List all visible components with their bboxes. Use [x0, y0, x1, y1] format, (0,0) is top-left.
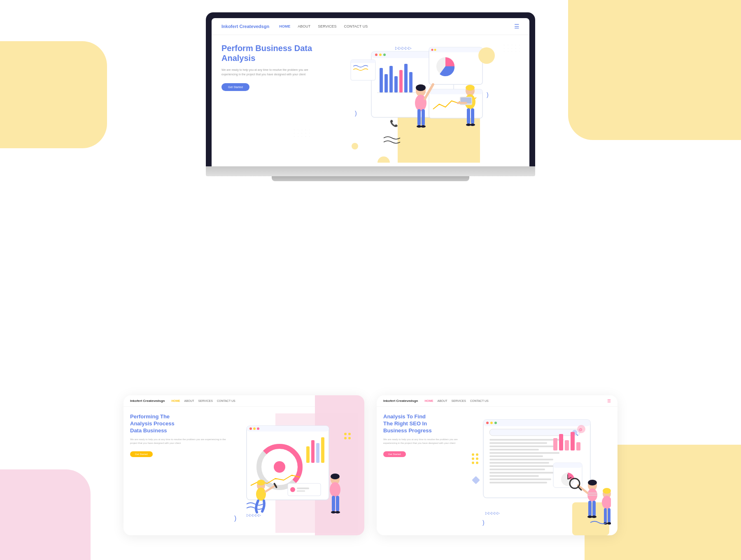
svg-point-123: [476, 462, 478, 464]
svg-point-39: [470, 124, 475, 126]
svg-point-73: [330, 482, 340, 497]
svg-text:▷▷▷▷▷: ▷▷▷▷▷: [485, 511, 500, 515]
svg-rect-64: [297, 490, 305, 492]
hero-description: We are ready to help you at any time to …: [221, 68, 322, 77]
svg-point-122: [472, 462, 474, 464]
svg-point-87: [494, 422, 497, 424]
bg-top-right-shape: [568, 0, 741, 140]
svg-text:📞: 📞: [390, 119, 398, 127]
right-card-svg: ⚙: [471, 413, 611, 533]
svg-rect-103: [489, 472, 555, 474]
svg-rect-102: [489, 469, 545, 470]
hamburger-icon[interactable]: ☰: [514, 23, 520, 30]
svg-rect-14: [429, 47, 482, 52]
nav-link-home[interactable]: HOME: [279, 24, 290, 28]
right-nav-home[interactable]: HOME: [424, 399, 433, 402]
svg-rect-9: [399, 70, 403, 93]
svg-rect-139: [604, 508, 607, 523]
svg-rect-11: [409, 72, 412, 93]
left-card-svg: ▷▷▷▷▷: [226, 413, 358, 533]
svg-point-62: [290, 487, 295, 492]
svg-point-56: [274, 461, 285, 473]
svg-rect-129: [592, 501, 596, 516]
svg-point-72: [331, 474, 340, 479]
right-nav-contact[interactable]: CONTACT US: [470, 399, 489, 402]
svg-rect-95: [489, 446, 555, 447]
svg-point-125: [588, 480, 597, 485]
svg-rect-6: [384, 74, 388, 93]
svg-text:▷▷▷▷▷: ▷▷▷▷▷: [247, 513, 261, 517]
svg-rect-98: [489, 455, 543, 457]
nav-link-contact[interactable]: CONTACT US: [344, 24, 368, 28]
left-nav-services[interactable]: SERVICES: [198, 399, 213, 402]
svg-rect-100: [489, 462, 549, 464]
left-card-content: Performing The Analysis Process Data Bus…: [124, 407, 364, 531]
svg-point-34: [466, 85, 475, 91]
svg-rect-109: [565, 440, 569, 450]
right-card-title: Analysis To Find The Right SEO In Busine…: [383, 413, 471, 434]
svg-point-68: [256, 488, 266, 501]
svg-rect-10: [404, 64, 408, 93]
svg-rect-108: [559, 434, 563, 450]
svg-rect-97: [489, 452, 559, 454]
svg-point-3: [379, 54, 382, 56]
left-card-desc: We are ready to help you at any time to …: [130, 438, 226, 445]
svg-rect-94: [489, 442, 547, 444]
svg-rect-140: [608, 508, 611, 523]
laptop-foot: [272, 176, 469, 181]
svg-rect-104: [489, 475, 539, 477]
hero-cta-button[interactable]: Get Started: [221, 83, 249, 91]
left-nav-home[interactable]: HOME: [171, 399, 180, 402]
svg-point-23: [478, 47, 495, 64]
svg-point-46: [352, 143, 358, 149]
svg-text:▷▷▷▷▷: ▷▷▷▷▷: [395, 46, 412, 50]
right-card-cta[interactable]: Get Started: [383, 451, 406, 457]
svg-rect-74: [332, 496, 335, 511]
right-card-nav-links: HOME ABOUT SERVICES CONTACT US: [424, 399, 488, 402]
svg-text:): ): [355, 110, 357, 117]
left-card-cta[interactable]: Get Started: [130, 451, 153, 457]
left-nav-about[interactable]: ABOUT: [184, 399, 194, 402]
svg-rect-5: [380, 68, 383, 93]
svg-point-86: [490, 422, 493, 424]
svg-rect-60: [321, 437, 324, 463]
svg-rect-59: [316, 443, 319, 463]
hero-text-block: Perform Business Data Analysis We are re…: [221, 43, 322, 154]
svg-text:): ): [487, 91, 489, 98]
cards-section: Inkofert Createvedsgn HOME ABOUT SERVICE…: [124, 395, 618, 535]
svg-text:⚙: ⚙: [579, 427, 583, 432]
main-site-logo: Inkofert Createvedsgn: [221, 24, 269, 29]
svg-rect-8: [394, 76, 398, 93]
right-card-text: Analysis To Find The Right SEO In Busine…: [383, 413, 471, 525]
right-nav-services[interactable]: SERVICES: [452, 399, 466, 402]
right-card-hamburger[interactable]: ☰: [607, 399, 611, 403]
right-nav-about[interactable]: ABOUT: [437, 399, 447, 402]
svg-point-26: [416, 84, 426, 91]
laptop-screen-outer: Inkofert Createvedsgn HOME ABOUT SERVICE…: [206, 12, 535, 166]
right-card-desc: We are ready to help you at any time to …: [383, 438, 471, 445]
svg-point-51: [253, 427, 256, 430]
svg-rect-144: [472, 476, 480, 484]
svg-rect-36: [467, 108, 470, 124]
svg-rect-111: [576, 442, 580, 450]
laptop-mockup: Inkofert Createvedsgn HOME ABOUT SERVICE…: [206, 12, 535, 181]
bg-bottom-left-shape: [0, 469, 91, 560]
laptop-base: [206, 166, 535, 176]
svg-rect-63: [297, 488, 309, 489]
left-card-nav-links: HOME ABOUT SERVICES CONTACT US: [171, 399, 235, 402]
svg-point-85: [486, 422, 489, 424]
svg-point-16: [434, 49, 436, 51]
svg-rect-130: [588, 501, 592, 516]
nav-link-services[interactable]: SERVICES: [318, 24, 336, 28]
svg-rect-75: [336, 496, 339, 511]
right-card-illustration: ⚙: [471, 413, 611, 525]
svg-point-67: [257, 480, 265, 485]
svg-rect-93: [489, 439, 564, 441]
nav-link-about[interactable]: ABOUT: [298, 24, 310, 28]
svg-text:): ): [482, 519, 485, 526]
svg-rect-107: [553, 438, 557, 450]
svg-point-50: [249, 427, 252, 430]
svg-point-31: [421, 125, 426, 128]
left-nav-contact[interactable]: CONTACT US: [217, 399, 235, 402]
svg-point-118: [472, 453, 474, 456]
